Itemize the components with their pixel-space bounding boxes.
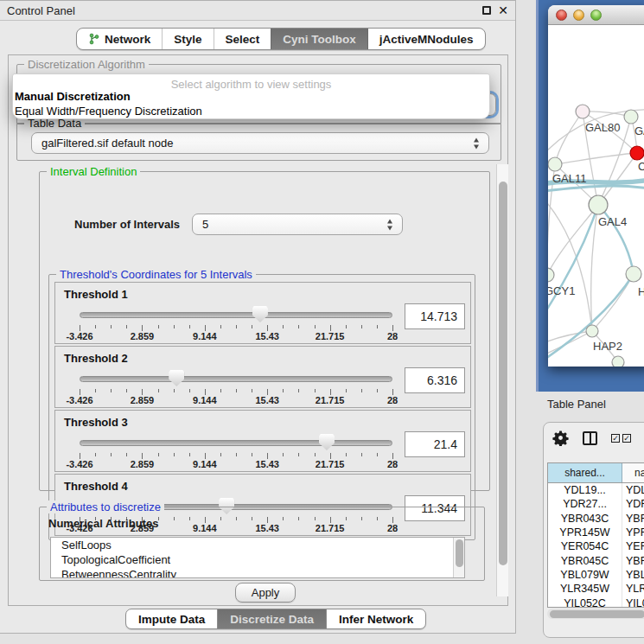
slider-tick-label: 21.715	[316, 395, 345, 405]
apply-button[interactable]: Apply	[235, 583, 296, 603]
restore-icon[interactable]	[482, 6, 491, 15]
cell-shared-name: YPR145W	[548, 526, 622, 539]
network-node-gal11[interactable]	[548, 157, 562, 171]
checkbox-icon[interactable]: ✓	[622, 434, 631, 443]
attribute-list-item[interactable]: BetweennessCentrality	[51, 567, 464, 578]
tab-select[interactable]: Select	[214, 29, 271, 49]
tab-infer-network[interactable]: Infer Network	[326, 609, 425, 628]
slider-tick	[158, 325, 159, 328]
attribute-list-item[interactable]: SelfLoops	[51, 538, 464, 552]
slider-tick	[283, 325, 284, 328]
slider-tick	[346, 389, 347, 392]
slider-thumb[interactable]	[319, 434, 335, 450]
table-horizontal-scrollbar[interactable]	[547, 609, 644, 619]
zoom-traffic-light-icon[interactable]	[590, 10, 602, 21]
slider-tick	[267, 389, 268, 395]
network-node[interactable]	[612, 356, 624, 367]
column-header-name[interactable]: na	[622, 463, 644, 482]
slider-track[interactable]	[80, 312, 392, 318]
table-row[interactable]: YPR145WYPR1	[548, 526, 644, 539]
column-header-shared-name[interactable]: shared...	[548, 463, 622, 482]
tab-discretize-data[interactable]: Discretize Data	[217, 609, 326, 628]
table-row[interactable]: YBL079WYBL0	[548, 568, 644, 582]
checkbox-icon[interactable]: ✓	[611, 434, 620, 443]
cell-name: YBR0	[622, 512, 644, 526]
network-node-gal80[interactable]	[576, 105, 590, 118]
tab-jactivemnodules[interactable]: jActiveMNodules	[367, 29, 485, 49]
slider-tick	[126, 389, 127, 392]
content-scrollbar[interactable]	[496, 164, 508, 596]
network-node-label: GAL80	[585, 121, 620, 134]
network-canvas[interactable]: GAL80GACGAL11GAL4GCY1HHAP2	[548, 25, 644, 367]
control-panel-titlebar[interactable]: Control Panel ✕	[0, 1, 515, 21]
close-icon[interactable]: ✕	[498, 6, 508, 15]
network-node-gal4[interactable]	[589, 195, 608, 214]
slider-tick	[330, 325, 331, 331]
table-row[interactable]: YDL19...YDL1	[548, 483, 644, 497]
gear-icon[interactable]	[552, 430, 569, 446]
numerical-attributes-list[interactable]: SelfLoopsTopologicalCoefficientBetweenne…	[50, 537, 465, 578]
slider-tick-label: 9.144	[193, 459, 217, 469]
table-row[interactable]: YER054CYER0	[548, 539, 644, 553]
network-node-ga[interactable]	[624, 110, 638, 124]
menu-item-manual-discretization[interactable]: Manual Discretization	[15, 90, 481, 103]
threshold-value-field[interactable]: 6.316	[405, 367, 465, 393]
cell-shared-name: YBR045C	[548, 553, 622, 567]
slider-tick-label: 9.144	[193, 395, 217, 405]
threshold-panel: Threshold 2-3.4262.8599.14415.4321.71528…	[54, 346, 471, 408]
threshold-value-field[interactable]: 21.4	[405, 431, 465, 457]
network-node-h[interactable]	[626, 266, 641, 282]
table-data-combobox[interactable]: galFiltered.sif default node	[31, 132, 489, 154]
threshold-panel: Threshold 1-3.4262.8599.14415.4321.71528…	[54, 282, 471, 344]
slider-track[interactable]	[80, 440, 392, 446]
network-window-titlebar[interactable]	[548, 5, 644, 25]
slider-tick	[298, 453, 299, 456]
slider-tick-label: 15.43	[255, 331, 279, 341]
table-row[interactable]: YBR043CYBR0	[548, 512, 644, 526]
table-data-group: Table Data galFiltered.sif default node	[16, 123, 501, 161]
slider-tick	[252, 325, 252, 328]
num-intervals-value: 5	[202, 218, 208, 231]
tab-style[interactable]: Style	[162, 29, 213, 49]
slider-tick	[220, 389, 221, 392]
network-node-hap2[interactable]	[586, 325, 598, 337]
menu-item-equal-width-frequency[interactable]: Equal Width/Frequency Discretization	[15, 105, 481, 118]
tab-impute-data[interactable]: Impute Data	[126, 609, 217, 628]
split-columns-icon[interactable]	[583, 431, 597, 445]
table-row[interactable]: YIL052CYIL0	[548, 596, 644, 608]
table-body: YDL19...YDL1YDR27...YDR2YBR043CYBR0YPR14…	[548, 483, 644, 608]
slider-thumb[interactable]	[252, 306, 268, 322]
slider-thumb[interactable]	[169, 370, 184, 386]
slider-tick-label: 2.859	[131, 395, 155, 405]
network-node-label: GAL11	[552, 172, 587, 185]
minimize-traffic-light-icon[interactable]	[573, 10, 584, 21]
num-intervals-combobox[interactable]: 5	[192, 214, 403, 235]
network-icon	[88, 33, 100, 45]
network-node-label: C	[638, 160, 644, 173]
network-node-gcy1[interactable]	[548, 268, 554, 282]
close-traffic-light-icon[interactable]	[556, 10, 567, 21]
slider-tick	[126, 453, 127, 456]
slider-tick	[377, 325, 378, 328]
table-row[interactable]: YDR27...YDR2	[548, 497, 644, 511]
table-row[interactable]: YBR045CYBR0	[548, 553, 644, 567]
attribute-list-item[interactable]: TopologicalCoefficient	[51, 552, 464, 567]
scrollbar-thumb[interactable]	[550, 610, 644, 618]
threshold-label: Threshold 3	[64, 416, 128, 429]
network-view-window: GAL80GACGAL11GAL4GCY1HHAP2	[548, 5, 644, 367]
attributes-list-scrollbar[interactable]	[453, 538, 464, 577]
tab-network[interactable]: Network	[77, 29, 162, 49]
slider-track[interactable]	[80, 376, 392, 382]
network-node-c[interactable]	[630, 146, 644, 160]
threshold-panel: Threshold 3-3.4262.8599.14415.4321.71528…	[54, 410, 471, 472]
control-panel-title: Control Panel	[7, 4, 75, 17]
slider-tick	[189, 325, 190, 328]
control-panel-window: Control Panel ✕ NetworkStyleSelectCyni T…	[0, 0, 516, 634]
slider-tick	[158, 389, 159, 392]
tab-cyni-toolbox[interactable]: Cyni Toolbox	[271, 29, 367, 49]
threshold-value-field[interactable]: 14.713	[405, 303, 465, 329]
slider-tick	[205, 389, 206, 395]
cell-name: YPR1	[622, 526, 644, 539]
table-row[interactable]: YLR345WYLR3	[548, 582, 644, 596]
tab-label: jActiveMNodules	[379, 33, 474, 46]
